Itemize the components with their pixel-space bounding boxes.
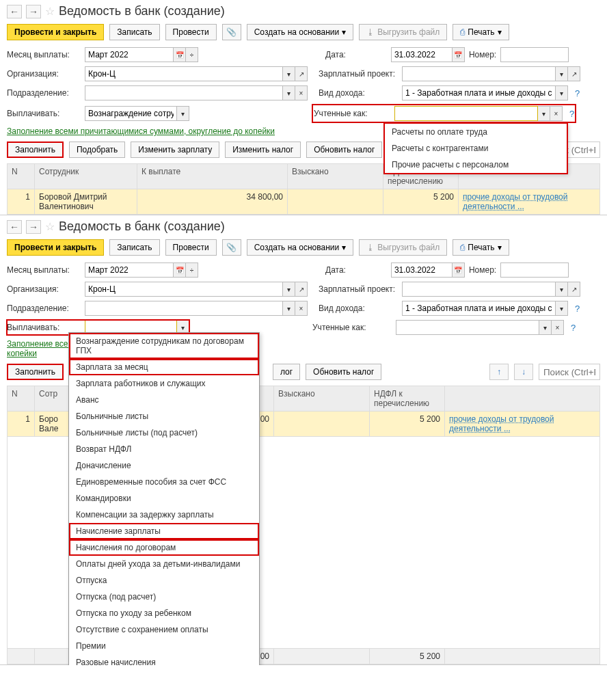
chevron-down-icon[interactable]: ▾ (538, 106, 550, 121)
help-icon[interactable]: ? (575, 304, 580, 314)
move-down-button[interactable] (514, 364, 533, 380)
change-tax-button[interactable]: Изменить налог (225, 142, 301, 158)
chevron-down-icon[interactable]: ▾ (556, 282, 568, 297)
dropdown-option[interactable]: Единовременные пособия за счет ФСС (69, 474, 259, 490)
nav-back-button[interactable]: ← (7, 220, 22, 234)
income-type-input[interactable] (402, 85, 556, 100)
chevron-down-icon[interactable]: ▾ (556, 66, 568, 81)
department-input[interactable] (85, 85, 283, 100)
dropdown-option[interactable]: Командировки (69, 490, 259, 507)
dropdown-option[interactable]: Начисление зарплаты (69, 523, 259, 539)
extra-income-link[interactable]: прочие доходы от трудовой деятельности .… (449, 414, 595, 433)
clear-icon[interactable]: × (550, 106, 563, 121)
clear-icon[interactable]: × (295, 85, 308, 100)
favorite-star-icon[interactable]: ☆ (45, 5, 55, 18)
pick-button[interactable]: Подобрать (69, 142, 125, 158)
accounted-as-input[interactable] (394, 106, 538, 121)
date-input[interactable] (391, 47, 453, 62)
month-input[interactable] (85, 262, 174, 278)
create-based-button[interactable]: Создать на основании ▾ (247, 239, 354, 256)
dropdown-option[interactable]: Возврат НДФЛ (69, 441, 259, 457)
chevron-down-icon[interactable]: ▾ (283, 301, 295, 316)
dropdown-option[interactable]: Расчеты с контрагентами (385, 140, 567, 157)
dropdown-option[interactable]: Премии (69, 638, 259, 654)
help-icon[interactable]: ? (569, 109, 574, 119)
department-input[interactable] (85, 301, 283, 316)
dropdown-option[interactable]: Разовые начисления (69, 654, 259, 665)
extra-income-link[interactable]: прочие доходы от трудовой деятельности .… (463, 192, 595, 211)
number-input[interactable] (500, 47, 569, 62)
move-up-button[interactable] (489, 364, 509, 380)
print-button[interactable]: ⎙ Печать ▾ (453, 24, 509, 40)
dropdown-option[interactable]: Оплаты дней ухода за детьми-инвалидами (69, 556, 259, 572)
attach-button[interactable]: 📎 (222, 24, 241, 40)
pay-input[interactable] (85, 106, 177, 121)
salary-project-input[interactable] (402, 282, 556, 297)
dropdown-option[interactable]: Отпуска (под расчет) (69, 589, 259, 605)
help-icon[interactable]: ? (571, 323, 576, 333)
chevron-down-icon[interactable]: ▾ (283, 282, 295, 297)
dropdown-option[interactable]: Отпуска (69, 572, 259, 589)
dropdown-option[interactable]: Зарплата за месяц (69, 359, 259, 375)
chevron-down-icon[interactable]: ▾ (556, 301, 568, 316)
calendar-icon[interactable]: 📅 (453, 262, 465, 278)
month-input[interactable] (85, 47, 174, 62)
post-button[interactable]: Провести (165, 239, 217, 256)
dropdown-option[interactable]: Зарплата работников и служащих (69, 375, 259, 392)
fill-all-link[interactable]: Заполнение всеми причитающимися суммами,… (7, 126, 275, 136)
dropdown-option[interactable]: Больничные листы (69, 408, 259, 425)
chevron-down-icon[interactable]: ▾ (283, 66, 295, 81)
attach-button[interactable]: 📎 (222, 239, 241, 256)
upload-file-button[interactable]: ⭳ Выгрузить файл (359, 24, 447, 40)
create-based-button[interactable]: Создать на основании ▾ (247, 24, 354, 40)
accounted-as-input[interactable] (396, 320, 539, 335)
save-button[interactable]: Записать (109, 24, 159, 40)
spinner-icon[interactable]: ÷ (186, 262, 198, 278)
fill-button[interactable]: Заполнить (7, 364, 64, 380)
org-input[interactable] (85, 66, 283, 81)
change-tax-partial-button[interactable]: лог (273, 364, 300, 380)
dropdown-option[interactable]: Доначисление (69, 457, 259, 474)
dropdown-option[interactable]: Отсутствие с сохранением оплаты (69, 621, 259, 638)
table-row[interactable]: 1 Боровой Дмитрий Валентинович 34 800,00… (8, 189, 600, 215)
calendar-icon[interactable]: 📅 (453, 47, 465, 62)
post-and-close-button[interactable]: Провести и закрыть (7, 239, 104, 256)
fill-all-link-cont[interactable]: копейки (7, 349, 37, 358)
dropdown-option[interactable]: Компенсации за задержку зарплаты (69, 507, 259, 523)
nav-forward-button[interactable]: → (26, 5, 41, 18)
help-icon[interactable]: ? (575, 88, 580, 98)
org-input[interactable] (85, 282, 283, 297)
nav-forward-button[interactable]: → (26, 220, 41, 234)
salary-project-input[interactable] (402, 66, 556, 81)
favorite-star-icon[interactable]: ☆ (45, 220, 55, 233)
dropdown-option[interactable]: Аванс (69, 392, 259, 408)
dropdown-option[interactable]: Расчеты по оплате труда (385, 124, 567, 140)
dropdown-option[interactable]: Отпуска по уходу за ребенком (69, 605, 259, 621)
chevron-down-icon[interactable]: ▾ (556, 85, 568, 100)
fill-button[interactable]: Заполнить (7, 142, 64, 158)
dropdown-option[interactable]: Больничные листы (под расчет) (69, 425, 259, 441)
update-tax-button[interactable]: Обновить налог (306, 142, 382, 158)
chevron-down-icon[interactable]: ▾ (539, 320, 552, 335)
open-icon[interactable]: ↗ (568, 66, 580, 81)
dropdown-option[interactable]: Прочие расчеты с персоналом (385, 157, 567, 173)
nav-back-button[interactable]: ← (7, 5, 22, 18)
dropdown-option[interactable]: Начисления по договорам (69, 539, 259, 556)
date-input[interactable] (391, 262, 453, 278)
clear-icon[interactable]: × (552, 320, 564, 335)
update-tax-button[interactable]: Обновить налог (306, 364, 381, 380)
open-icon[interactable]: ↗ (295, 66, 308, 81)
post-button[interactable]: Провести (165, 24, 217, 40)
fill-all-link[interactable]: Заполнение всем (7, 339, 74, 349)
print-button[interactable]: ⎙ Печать ▾ (453, 239, 509, 256)
spinner-icon[interactable]: ÷ (186, 47, 198, 62)
calendar-icon[interactable]: 📅 (174, 47, 186, 62)
open-icon[interactable]: ↗ (295, 282, 308, 297)
dropdown-option[interactable]: Вознаграждение сотрудникам по договорам … (69, 333, 259, 359)
open-icon[interactable]: ↗ (568, 282, 580, 297)
change-salary-button[interactable]: Изменить зарплату (131, 142, 219, 158)
chevron-down-icon[interactable]: ▾ (283, 85, 295, 100)
upload-file-button[interactable]: ⭳ Выгрузить файл (359, 239, 447, 256)
chevron-down-icon[interactable]: ▾ (177, 106, 189, 121)
calendar-icon[interactable]: 📅 (174, 262, 186, 278)
